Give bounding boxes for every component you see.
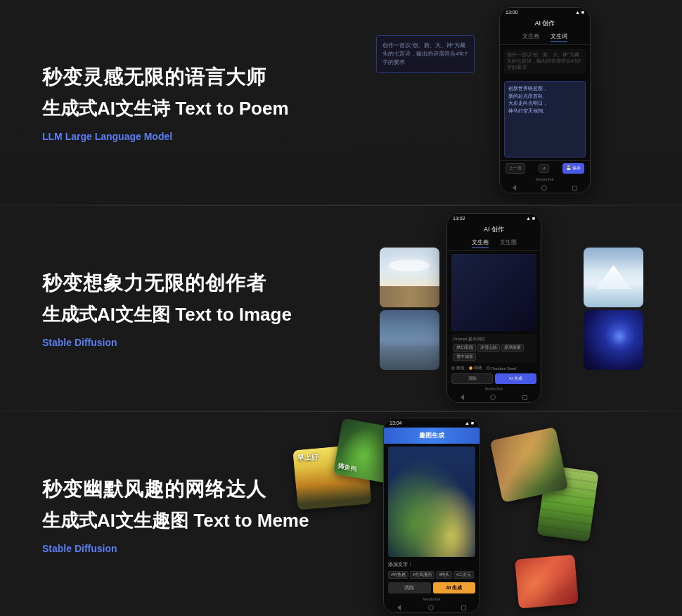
- nav-home-icon[interactable]: [541, 185, 547, 191]
- section-poem: 秒变灵感无限的语言大师 生成式AI文生诗 Text to Poem LLM La…: [0, 0, 682, 205]
- radio-fine-circle: [469, 366, 472, 370]
- nav-home-icon-2[interactable]: [490, 394, 496, 400]
- nav-recent-icon-3[interactable]: [461, 605, 466, 610]
- meme-app-title: 趣图生成: [384, 428, 480, 444]
- tag-snow[interactable]: 冰雪山脉: [477, 344, 500, 352]
- image-thumbs-left: [380, 248, 439, 370]
- image-canvas: [451, 254, 536, 331]
- poem-refresh-btn[interactable]: ↺: [539, 164, 549, 173]
- meme-mediatek: MediaTek: [384, 596, 480, 603]
- poem-mediatek: MediaTek: [500, 176, 590, 183]
- image-title-1: 秒变想象力无限的创作者: [42, 269, 292, 296]
- poem-tab1[interactable]: 文生画: [522, 32, 539, 42]
- tag-dreamland[interactable]: 梦幻田园: [453, 344, 476, 352]
- poem-bottom-bar: 上一页 ↺ 💾 保存: [500, 160, 590, 176]
- image-nav-bar: [447, 392, 541, 402]
- image-prompt-area: Prompt 提示词栏 梦幻田园 冰雪山脉 星球能量 雪中城堡: [451, 334, 536, 363]
- image-status-bar: 13:02 ▲ ■: [447, 214, 541, 223]
- meme-tag-2[interactable]: #古风漫画: [410, 571, 435, 579]
- meme-subtitle: Stable Diffusion: [42, 542, 309, 553]
- image-radio-row: 粗造 精致 Random Seed: [451, 366, 536, 371]
- meme-tag-1[interactable]: #钓鱼佬: [388, 571, 408, 579]
- poem-title-1: 秒变灵感无限的语言大师: [42, 63, 289, 90]
- nav-back-icon-2[interactable]: [461, 394, 464, 400]
- radio-fine[interactable]: 精致: [469, 366, 482, 371]
- radio-rough[interactable]: 粗造: [451, 366, 465, 371]
- meme-phone: 13:04 ▲ ■ 趣图生成 添加文字： #钓鱼佬 #古风漫画 #狗头 #二次元…: [383, 418, 480, 613]
- poem-prev-btn[interactable]: 上一页: [506, 163, 525, 174]
- meme-tag-4[interactable]: #二次元: [453, 571, 474, 579]
- image-title-2: 生成式AI文生图 Text to Image: [42, 302, 292, 326]
- thumb-mountain: [380, 310, 439, 370]
- poem-title-2: 生成式AI文生诗 Text to Poem: [42, 96, 289, 120]
- radio-rough-circle: [451, 366, 455, 370]
- meme-status-bar: 13:04 ▲ ■: [384, 418, 480, 428]
- nav-recent-icon-2[interactable]: [522, 395, 527, 400]
- image-subtitle: Stable Diffusion: [42, 336, 292, 347]
- meme-text-content: 秒变幽默风趣的网络达人 生成式AI文生趣图 Text to Meme Stabl…: [42, 475, 309, 553]
- nav-back-icon-3[interactable]: [397, 605, 401, 610]
- poem-app-title: AI 创作: [500, 17, 590, 30]
- poem-input-hint: 创作一首以"创、新、大、神"为藏头的七言诗，输出的诗需符合4句7字的要求: [376, 35, 475, 73]
- image-phone: 13:02 ▲ ■ AI 创作 文生画 文生图 Prompt 提示词栏 梦幻田园…: [446, 213, 541, 403]
- image-tab2[interactable]: 文生图: [500, 238, 517, 248]
- poem-phone: 13:00 ▲ ■ AI 创作 文生画 文生词 创作一首以"创、新、大、神"为藏…: [499, 7, 591, 193]
- nav-back-icon[interactable]: [513, 185, 516, 191]
- image-ai-btn[interactable]: AI 生成: [495, 373, 536, 384]
- thumb-snow: [584, 248, 643, 307]
- poem-tabs: 文生画 文生词: [500, 30, 590, 45]
- meme-title-2: 生成式AI文生趣图 Text to Meme: [42, 508, 309, 532]
- nav-recent-icon[interactable]: [572, 186, 577, 191]
- image-thumbs-right: [584, 248, 643, 370]
- poem-subtitle: LLM Large Language Model: [42, 130, 289, 141]
- section-meme: 秒变幽默风趣的网络达人 生成式AI文生趣图 Text to Meme Stabl…: [0, 412, 682, 616]
- meme-cards-area: 早上好 搞鱼鸭 13:04 ▲ ■ 趣图生成 添加文字：: [281, 412, 682, 616]
- image-app-title: AI 创作: [447, 223, 541, 236]
- poem-input[interactable]: 创作一首以"创、新、大、神"为藏头的七言诗，输出的诗需符合4句7字的要求: [504, 49, 586, 74]
- image-clear-btn[interactable]: 清除: [451, 373, 493, 384]
- poem-output: 创新世界映蓝图， 新的起点昂首向。 大步走向光明日， 神马行空天地翔。: [504, 81, 586, 158]
- poem-nav-bar: [500, 183, 590, 193]
- image-mediatek: MediaTek: [447, 385, 541, 392]
- nav-home-icon-3[interactable]: [428, 605, 434, 610]
- meme-add-text-label: 添加文字：: [388, 561, 475, 568]
- thumb-space: [584, 310, 643, 370]
- poem-tab2[interactable]: 文生词: [551, 32, 567, 42]
- poem-status-bar: 13:00 ▲ ■: [500, 8, 590, 17]
- meme-tag-3[interactable]: #狗头: [436, 571, 452, 579]
- radio-seed-circle: [487, 366, 490, 370]
- radio-seed[interactable]: Random Seed: [487, 366, 516, 371]
- meme-title-1: 秒变幽默风趣的网络达人: [42, 475, 309, 502]
- meme-card-red: [515, 554, 579, 608]
- meme-clear-btn[interactable]: 清除: [388, 582, 431, 593]
- image-prompt-tags: 梦幻田园 冰雪山脉 星球能量 雪中城堡: [453, 344, 534, 361]
- poem-save-btn[interactable]: 💾 保存: [562, 163, 584, 174]
- image-tabs: 文生画 文生图: [447, 236, 541, 251]
- tag-planet[interactable]: 星球能量: [501, 344, 524, 352]
- meme-tag-row: #钓鱼佬 #古风漫画 #狗头 #二次元: [388, 571, 475, 579]
- image-generate-bar: 清除 AI 生成: [451, 373, 536, 384]
- meme-image-canvas: [388, 447, 475, 557]
- section-image: 秒变想象力无限的创作者 生成式AI文生图 Text to Image Stabl…: [0, 206, 682, 411]
- image-prompt-label: Prompt 提示词栏: [453, 336, 534, 342]
- meme-nav-bar: [384, 603, 480, 612]
- meme-generate-bar: 清除 AI 生成: [388, 582, 475, 593]
- tag-castle[interactable]: 雪中城堡: [453, 353, 476, 361]
- image-tab1[interactable]: 文生画: [472, 238, 489, 248]
- image-text-content: 秒变想象力无限的创作者 生成式AI文生图 Text to Image Stabl…: [42, 269, 292, 347]
- thumb-sky: [380, 248, 439, 307]
- meme-ai-btn[interactable]: AI 生成: [433, 582, 476, 593]
- poem-text-content: 秒变灵感无限的语言大师 生成式AI文生诗 Text to Poem LLM La…: [42, 63, 289, 141]
